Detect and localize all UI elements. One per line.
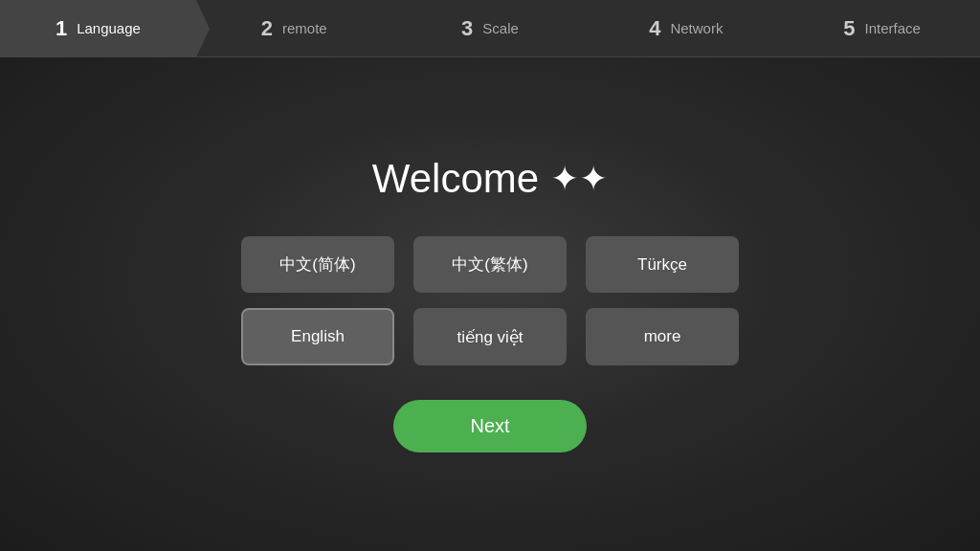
step-3-label: Scale <box>482 20 519 36</box>
lang-more[interactable]: more <box>586 308 739 365</box>
step-bar: 1 Language 2 remote 3 Scale 4 Network 5 … <box>0 0 980 57</box>
lang-vi[interactable]: tiếng việt <box>413 308 567 365</box>
sparkle-icon: ✦✦ <box>550 159 608 199</box>
step-4-number: 4 <box>649 16 660 41</box>
step-4-label: Network <box>670 20 723 36</box>
step-5[interactable]: 5 Interface <box>784 0 980 56</box>
step-1-label: Language <box>77 20 141 36</box>
step-3[interactable]: 3 Scale <box>392 0 589 56</box>
step-5-number: 5 <box>843 16 855 41</box>
main-content: Welcome ✦✦ 中文(简体) 中文(繁体) Türkçe English … <box>241 57 739 551</box>
step-2-label: remote <box>282 20 327 36</box>
next-button[interactable]: Next <box>393 400 586 452</box>
step-3-number: 3 <box>461 16 473 41</box>
step-2-number: 2 <box>261 16 273 41</box>
language-grid: 中文(简体) 中文(繁体) Türkçe English tiếng việt … <box>241 236 739 365</box>
step-1[interactable]: 1 Language <box>0 0 196 56</box>
step-1-number: 1 <box>56 16 67 41</box>
welcome-title: Welcome ✦✦ <box>372 156 608 202</box>
step-5-label: Interface <box>865 20 921 36</box>
welcome-text: Welcome <box>372 156 539 202</box>
lang-zh-hans[interactable]: 中文(简体) <box>241 236 394 293</box>
lang-en[interactable]: English <box>241 308 394 365</box>
step-2[interactable]: 2 remote <box>196 0 392 56</box>
step-4[interactable]: 4 Network <box>588 0 784 56</box>
lang-tr[interactable]: Türkçe <box>586 236 739 293</box>
lang-zh-hant[interactable]: 中文(繁体) <box>413 236 567 293</box>
